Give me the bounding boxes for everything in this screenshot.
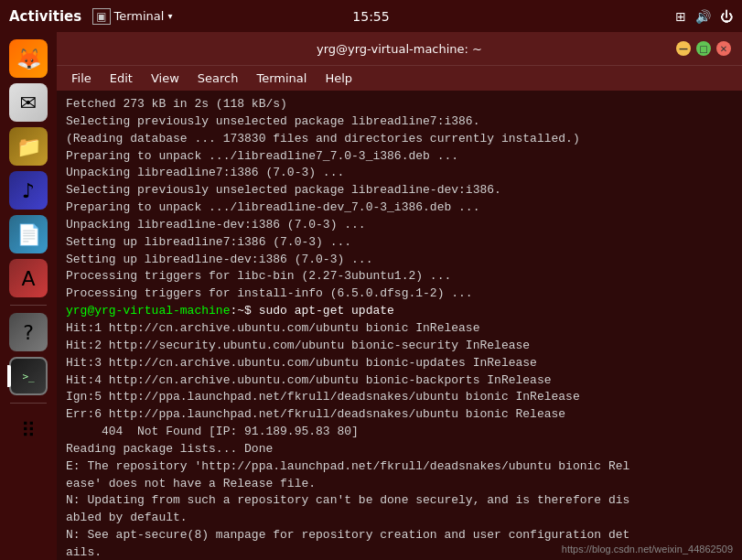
menu-item-file[interactable]: File [64,70,99,87]
terminal-titlebar: yrg@yrg-virtual-machine: ~ — □ ✕ [57,32,742,65]
sidebar-icon-music[interactable]: ♪ [9,171,48,210]
volume-icon[interactable]: 🔊 [695,9,711,24]
output-text: Setting up libreadline-dev:i386 (7.0-3) … [66,253,372,266]
window-controls: — □ ✕ [676,41,731,56]
terminal-line: Setting up libreadline7:i386 (7.0-3) ... [66,234,733,252]
close-button[interactable]: ✕ [716,41,731,56]
menu-item-help[interactable]: Help [317,70,360,87]
output-text: N: See apt-secure(8) manpage for reposit… [66,528,629,542]
sidebar-icon-email[interactable]: ✉ [9,83,48,122]
chevron-down-icon: ▾ [167,11,172,21]
sidebar-icon-docs[interactable]: 📄 [9,215,48,253]
terminal-line: Hit:3 http://cn.archive.ubuntu.com/ubunt… [66,355,733,372]
maximize-button[interactable]: □ [696,41,711,56]
terminal-icon-top: ▣ [92,8,110,25]
sidebar-icon-terminal[interactable]: >_ [9,357,48,395]
terminal-line: abled by default. [66,510,733,527]
output-text: Unpacking libreadline7:i386 (7.0-3) ... [66,166,344,179]
terminal-line: Unpacking libreadline-dev:i386 (7.0-3) .… [66,217,733,234]
terminal-line: Selecting previously unselected package … [66,113,733,131]
power-icon[interactable]: ⏻ [720,9,733,24]
terminal-line: Selecting previously unselected package … [66,182,733,199]
output-text: Err:6 http://ppa.launchpad.net/fkrull/de… [66,407,565,421]
sidebar-separator [10,305,47,306]
terminal-line: Reading package lists... Done [66,441,733,458]
output-text: 404 Not Found [IP: 91.189.95.83 80] [66,425,359,438]
terminal-line: 404 Not Found [IP: 91.189.95.83 80] [66,424,733,441]
output-text: Preparing to unpack .../libreadline7_7.0… [66,149,458,163]
watermark: https://blog.csdn.net/weixin_44862509 [562,544,733,555]
output-text: ails. [66,545,102,559]
sidebar-separator-2 [10,403,47,404]
terminal-line: Processing triggers for install-info (6.… [66,285,733,303]
prompt-text: yrg@yrg-virtual-machine [66,304,230,318]
terminal-line: (Reading database ... 173830 files and d… [66,131,733,148]
terminal-menu-label: Terminal [114,9,165,23]
network-icon[interactable]: ⊞ [675,9,686,24]
sidebar-icon-grid[interactable]: ⠿ [9,411,48,449]
menu-item-edit[interactable]: Edit [102,70,140,87]
output-text: Reading package lists... Done [66,442,273,456]
output-text: Preparing to unpack .../libreadline-dev_… [66,200,479,214]
output-text: Hit:4 http://cn.archive.ubuntu.com/ubunt… [66,373,552,387]
terminal-line: Preparing to unpack .../libreadline7_7.0… [66,148,733,166]
output-text: N: Updating from such a repository can't… [66,493,629,507]
sidebar: 🦊✉📁♪📄A?>_⠿ [0,32,57,560]
terminal-line: Preparing to unpack .../libreadline-dev_… [66,199,733,217]
terminal-title: yrg@yrg-virtual-machine: ~ [123,42,676,56]
output-text: Hit:1 http://cn.archive.ubuntu.com/ubunt… [66,321,479,335]
command-text: sudo apt-get update [252,304,394,318]
main-layout: 🦊✉📁♪📄A?>_⠿ yrg@yrg-virtual-machine: ~ — … [0,32,742,560]
menu-item-search[interactable]: Search [190,70,246,87]
output-text: Ign:5 http://ppa.launchpad.net/fkrull/de… [66,390,580,404]
output-text: Hit:2 http://security.ubuntu.com/ubuntu … [66,339,530,352]
topbar-right: ⊞ 🔊 ⏻ [675,9,733,24]
output-text: Processing triggers for install-info (6.… [66,286,473,300]
output-text: Fetched 273 kB in 2s (118 kB/s) [66,97,287,111]
terminal-line: ease' does not have a Release file. [66,476,733,493]
active-indicator [7,365,11,387]
terminal-line: Err:6 http://ppa.launchpad.net/fkrull/de… [66,406,733,424]
sidebar-icon-help[interactable]: ? [9,313,48,351]
output-text: E: The repository 'http://ppa.launchpad.… [66,459,629,473]
output-text: Selecting previously unselected package … [66,114,479,128]
minimize-button[interactable]: — [676,41,691,56]
terminal-window: yrg@yrg-virtual-machine: ~ — □ ✕ FileEdi… [57,32,742,560]
prompt-path: :~$ [230,304,251,318]
terminal-line: Hit:2 http://security.ubuntu.com/ubuntu … [66,338,733,355]
terminal-menubar: FileEditViewSearchTerminalHelp [57,65,742,91]
topbar-left: Activities ▣ Terminal ▾ [9,8,172,25]
output-text: Hit:3 http://cn.archive.ubuntu.com/ubunt… [66,356,537,370]
terminal-line: E: The repository 'http://ppa.launchpad.… [66,458,733,476]
activities-button[interactable]: Activities [9,8,81,25]
terminal-line: Unpacking libreadline7:i386 (7.0-3) ... [66,165,733,182]
output-text: Setting up libreadline7:i386 (7.0-3) ... [66,235,351,249]
terminal-line: N: See apt-secure(8) manpage for reposit… [66,527,733,544]
output-text: abled by default. [66,511,188,524]
sidebar-icon-files[interactable]: 📁 [9,127,48,166]
terminal-line: Processing triggers for libc-bin (2.27-3… [66,268,733,285]
menu-item-terminal[interactable]: Terminal [249,70,314,87]
sidebar-icon-firefox[interactable]: 🦊 [9,39,48,78]
output-text: Unpacking libreadline-dev:i386 (7.0-3) .… [66,218,366,232]
terminal-line: Hit:4 http://cn.archive.ubuntu.com/ubunt… [66,372,733,390]
terminal-line: Setting up libreadline-dev:i386 (7.0-3) … [66,252,733,269]
output-text: Processing triggers for libc-bin (2.27-3… [66,269,451,283]
terminal-line: Ign:5 http://ppa.launchpad.net/fkrull/de… [66,389,733,406]
terminal-line: yrg@yrg-virtual-machine:~$ sudo apt-get … [66,303,733,320]
terminal-line: Hit:1 http://cn.archive.ubuntu.com/ubunt… [66,320,733,338]
topbar: Activities ▣ Terminal ▾ 15:55 ⊞ 🔊 ⏻ [0,0,742,32]
output-text: Selecting previously unselected package … [66,183,501,197]
terminal-content[interactable]: Fetched 273 kB in 2s (118 kB/s)Selecting… [57,91,742,560]
terminal-menu-button[interactable]: ▣ Terminal ▾ [92,8,172,25]
terminal-line: Fetched 273 kB in 2s (118 kB/s) [66,96,733,113]
terminal-line: N: Updating from such a repository can't… [66,492,733,510]
output-text: (Reading database ... 173830 files and d… [66,132,580,145]
menu-item-view[interactable]: View [144,70,187,87]
output-text: ease' does not have a Release file. [66,477,316,490]
sidebar-icon-apps[interactable]: A [9,259,48,297]
clock: 15:55 [352,9,389,24]
